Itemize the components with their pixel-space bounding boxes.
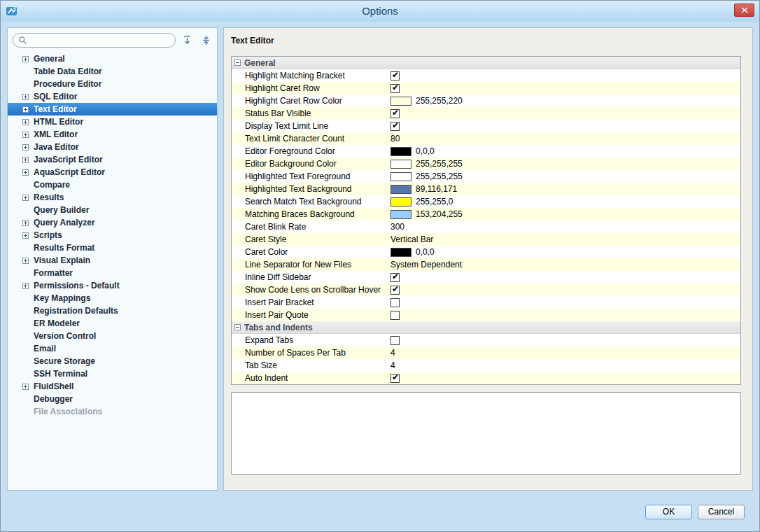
plus-box-icon[interactable] bbox=[22, 94, 29, 100]
group-header-tabs-and-indents[interactable]: Tabs and Indents bbox=[232, 321, 740, 334]
plus-box-icon[interactable] bbox=[22, 220, 29, 226]
tree-item-key-mappings[interactable]: Key Mappings bbox=[8, 292, 217, 304]
tree-item-email[interactable]: Email bbox=[8, 342, 217, 355]
color-swatch[interactable] bbox=[390, 160, 411, 169]
tree-item-table-data-editor[interactable]: Table Data Editor bbox=[8, 65, 217, 78]
checkbox-checked[interactable]: ✔ bbox=[390, 286, 400, 295]
titlebar[interactable]: Options bbox=[1, 1, 759, 22]
tree-item-sql-editor[interactable]: SQL Editor bbox=[8, 90, 217, 103]
tree-item-text-editor[interactable]: Text Editor bbox=[8, 103, 217, 115]
color-swatch[interactable] bbox=[390, 210, 411, 219]
value-text[interactable]: 80 bbox=[390, 134, 400, 144]
value-text[interactable]: 153,204,255 bbox=[416, 209, 463, 219]
checkbox-unchecked[interactable] bbox=[390, 298, 400, 307]
value-text[interactable]: 4 bbox=[390, 360, 395, 370]
expand-plus-icon[interactable] bbox=[22, 258, 31, 264]
color-swatch[interactable] bbox=[390, 185, 411, 194]
collapse-minus-icon[interactable] bbox=[234, 59, 241, 66]
expand-plus-icon[interactable] bbox=[22, 195, 31, 201]
expand-plus-icon[interactable] bbox=[22, 94, 31, 100]
value-text[interactable]: 255,255,220 bbox=[416, 96, 463, 106]
checkbox-checked[interactable]: ✔ bbox=[390, 273, 400, 282]
ok-button[interactable]: OK bbox=[645, 505, 692, 519]
value-text[interactable]: 255,255,255 bbox=[416, 159, 463, 169]
tree-item-results[interactable]: Results bbox=[8, 191, 217, 204]
expand-all-button[interactable] bbox=[179, 34, 195, 48]
expand-plus-icon[interactable] bbox=[22, 232, 31, 239]
tree-item-scripts[interactable]: Scripts bbox=[8, 229, 217, 241]
plus-box-icon[interactable] bbox=[22, 283, 29, 289]
tree-item-html-editor[interactable]: HTML Editor bbox=[8, 115, 217, 128]
plus-box-icon[interactable] bbox=[22, 56, 29, 62]
cancel-button[interactable]: Cancel bbox=[698, 505, 745, 519]
tree-item-formatter[interactable]: Formatter bbox=[8, 267, 217, 279]
tree-item-er-modeler[interactable]: ER Modeler bbox=[8, 317, 217, 330]
checkbox-checked[interactable]: ✔ bbox=[390, 109, 400, 118]
expand-plus-icon[interactable] bbox=[22, 119, 31, 125]
expand-plus-icon[interactable] bbox=[22, 157, 31, 163]
plus-box-icon[interactable] bbox=[22, 144, 29, 150]
expand-plus-icon[interactable] bbox=[22, 56, 31, 62]
checkbox-unchecked[interactable] bbox=[390, 336, 400, 345]
collapse-minus-icon[interactable] bbox=[234, 324, 241, 330]
value-text[interactable]: System Dependent bbox=[390, 260, 462, 270]
checkbox-checked[interactable]: ✔ bbox=[390, 122, 400, 131]
plus-box-icon[interactable] bbox=[22, 119, 29, 125]
plus-box-icon[interactable] bbox=[22, 106, 29, 113]
plus-box-icon[interactable] bbox=[22, 132, 29, 138]
checkbox-unchecked[interactable] bbox=[390, 311, 400, 320]
tree-item-ssh-terminal[interactable]: SSH Terminal bbox=[8, 368, 217, 380]
group-header-general[interactable]: General bbox=[232, 57, 740, 69]
search-box[interactable] bbox=[13, 33, 176, 48]
plus-box-icon[interactable] bbox=[22, 258, 29, 264]
close-button[interactable] bbox=[734, 4, 754, 17]
tree-item-secure-storage[interactable]: Secure Storage bbox=[8, 355, 217, 368]
expand-plus-icon[interactable] bbox=[22, 220, 31, 226]
checkbox-checked[interactable]: ✔ bbox=[390, 71, 400, 80]
color-swatch[interactable] bbox=[390, 248, 411, 257]
value-text[interactable]: 255,255,0 bbox=[416, 197, 453, 206]
checkbox-checked[interactable]: ✔ bbox=[390, 84, 400, 93]
tree-item-aquascript-editor[interactable]: AquaScript Editor bbox=[8, 166, 217, 178]
tree-item-query-analyzer[interactable]: Query Analyzer bbox=[8, 216, 217, 229]
expand-plus-icon[interactable] bbox=[22, 144, 31, 150]
color-swatch[interactable] bbox=[390, 197, 411, 206]
plus-box-icon[interactable] bbox=[22, 195, 29, 201]
tree-item-javascript-editor[interactable]: JavaScript Editor bbox=[8, 153, 217, 166]
color-swatch[interactable] bbox=[390, 97, 411, 106]
color-swatch[interactable] bbox=[390, 147, 411, 156]
tree-item-fluidshell[interactable]: FluidShell bbox=[8, 380, 217, 393]
tree-item-registration-defaults[interactable]: Registration Defaults bbox=[8, 304, 217, 317]
expand-plus-icon[interactable] bbox=[22, 283, 31, 289]
tree-item-permissions-default[interactable]: Permissions - Default bbox=[8, 279, 217, 292]
plus-box-icon[interactable] bbox=[22, 157, 29, 163]
plus-box-icon[interactable] bbox=[22, 169, 29, 176]
tree-item-procedure-editor[interactable]: Procedure Editor bbox=[8, 78, 217, 90]
expand-plus-icon[interactable] bbox=[22, 169, 31, 176]
expand-plus-icon[interactable] bbox=[22, 106, 31, 113]
tree-item-results-format[interactable]: Results Format bbox=[8, 241, 217, 254]
expand-plus-icon[interactable] bbox=[22, 384, 31, 390]
tree-item-xml-editor[interactable]: XML Editor bbox=[8, 128, 217, 141]
plus-box-icon[interactable] bbox=[22, 232, 29, 239]
collapse-all-button[interactable] bbox=[199, 34, 215, 48]
plus-box-icon[interactable] bbox=[22, 384, 29, 390]
tree-item-general[interactable]: General bbox=[8, 52, 217, 65]
tree-item-query-builder[interactable]: Query Builder bbox=[8, 204, 217, 216]
value-text[interactable]: 255,255,255 bbox=[416, 172, 463, 181]
expand-plus-icon[interactable] bbox=[22, 132, 31, 138]
tree-item-debugger[interactable]: Debugger bbox=[8, 393, 217, 405]
tree-item-visual-explain[interactable]: Visual Explain bbox=[8, 254, 217, 267]
value-text[interactable]: 0,0,0 bbox=[416, 146, 435, 156]
tree-item-java-editor[interactable]: Java Editor bbox=[8, 141, 217, 153]
tree-item-compare[interactable]: Compare bbox=[8, 178, 217, 191]
tree-item-version-control[interactable]: Version Control bbox=[8, 330, 217, 342]
value-text[interactable]: 4 bbox=[390, 348, 395, 358]
value-text[interactable]: Vertical Bar bbox=[390, 234, 433, 244]
search-input[interactable] bbox=[30, 34, 169, 46]
checkbox-checked[interactable]: ✔ bbox=[390, 374, 400, 383]
value-text[interactable]: 89,116,171 bbox=[416, 184, 457, 194]
value-text[interactable]: 0,0,0 bbox=[416, 247, 435, 257]
value-text[interactable]: 300 bbox=[390, 222, 404, 232]
color-swatch[interactable] bbox=[390, 172, 411, 181]
